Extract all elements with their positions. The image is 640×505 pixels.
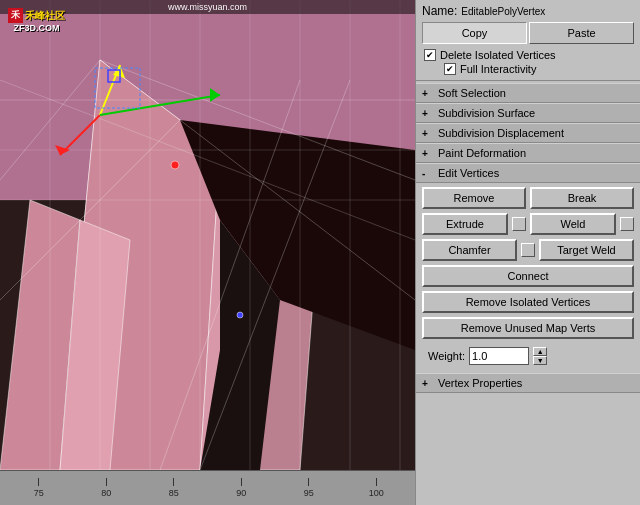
edit-vertices-header[interactable]: - Edit Vertices: [416, 163, 640, 183]
ruler-tick-85: 85: [140, 478, 208, 498]
ruler-tick-95: 95: [275, 478, 343, 498]
chamfer-targetweld-row: Chamfer Target Weld: [422, 239, 634, 261]
break-button[interactable]: Break: [530, 187, 634, 209]
full-interactivity-row: ✔ Full Interactivity: [424, 62, 632, 76]
logo: 禾 禾峰社区 ZF3D.COM: [8, 8, 65, 33]
name-row: Name: EditablePolyVertex: [416, 0, 640, 20]
copy-button[interactable]: Copy: [422, 22, 527, 44]
remove-isolated-button[interactable]: Remove Isolated Vertices: [422, 291, 634, 313]
ruler-tick-75: 75: [5, 478, 73, 498]
full-interactivity-label: Full Interactivity: [460, 63, 536, 75]
paint-deformation-header[interactable]: + Paint Deformation: [416, 143, 640, 163]
edit-vertices-title: Edit Vertices: [438, 167, 499, 179]
remove-break-row: Remove Break: [422, 187, 634, 209]
edit-vertices-section: Remove Break Extrude Weld Chamfer Target…: [416, 183, 640, 373]
weight-label: Weight:: [428, 350, 465, 362]
weight-row: Weight: ▲ ▼: [422, 343, 634, 369]
subdivision-surface-header[interactable]: + Subdivision Surface: [416, 103, 640, 123]
logo-sub: ZF3D.COM: [14, 23, 60, 33]
weight-up-button[interactable]: ▲: [533, 347, 547, 356]
vertex-properties-toggle: +: [422, 378, 432, 389]
extrude-button[interactable]: Extrude: [422, 213, 508, 235]
ruler: 75 80 85 90 95: [0, 470, 415, 505]
delete-isolated-checkbox[interactable]: ✔: [424, 49, 436, 61]
extrude-settings-button[interactable]: [512, 217, 526, 231]
remove-button[interactable]: Remove: [422, 187, 526, 209]
ruler-tick-80: 80: [73, 478, 141, 498]
subdivision-displacement-header[interactable]: + Subdivision Displacement: [416, 123, 640, 143]
paste-button[interactable]: Paste: [529, 22, 634, 44]
vertex-properties-title: Vertex Properties: [438, 377, 522, 389]
soft-selection-toggle: +: [422, 88, 432, 99]
subdivision-surface-toggle: +: [422, 108, 432, 119]
weight-down-button[interactable]: ▼: [533, 356, 547, 365]
edit-vertices-toggle: -: [422, 168, 432, 179]
connect-button[interactable]: Connect: [422, 265, 634, 287]
weld-button[interactable]: Weld: [530, 213, 616, 235]
name-value: EditablePolyVertex: [461, 6, 545, 17]
remove-unused-button[interactable]: Remove Unused Map Verts: [422, 317, 634, 339]
soft-selection-title: Soft Selection: [438, 87, 506, 99]
subdivision-displacement-title: Subdivision Displacement: [438, 127, 564, 139]
subdivision-surface-title: Subdivision Surface: [438, 107, 535, 119]
chamfer-settings-button[interactable]: [521, 243, 535, 257]
chamfer-button[interactable]: Chamfer: [422, 239, 517, 261]
paint-deformation-toggle: +: [422, 148, 432, 159]
svg-point-36: [237, 312, 243, 318]
ruler-tick-90: 90: [208, 478, 276, 498]
name-label: Name:: [422, 4, 457, 18]
logo-main: 禾峰社区: [25, 9, 65, 23]
weight-input[interactable]: [469, 347, 529, 365]
vertex-properties-header[interactable]: + Vertex Properties: [416, 373, 640, 393]
delete-isolated-row: ✔ Delete Isolated Vertices: [424, 48, 632, 62]
weight-spinner: ▲ ▼: [533, 347, 547, 365]
viewport-geometry: [0, 0, 415, 470]
ruler-tick-100: 100: [343, 478, 411, 498]
weld-settings-button[interactable]: [620, 217, 634, 231]
copy-paste-row: Copy Paste: [416, 20, 640, 46]
svg-point-35: [171, 161, 179, 169]
paint-deformation-title: Paint Deformation: [438, 147, 526, 159]
extrude-weld-row: Extrude Weld: [422, 213, 634, 235]
soft-selection-header[interactable]: + Soft Selection: [416, 83, 640, 103]
viewport[interactable]: www.missyuan.com 禾 禾峰社区 ZF3D.COM: [0, 0, 415, 505]
subdivision-displacement-toggle: +: [422, 128, 432, 139]
delete-isolated-label: Delete Isolated Vertices: [440, 49, 556, 61]
target-weld-button[interactable]: Target Weld: [539, 239, 634, 261]
right-panel: Name: EditablePolyVertex Copy Paste ✔ De…: [415, 0, 640, 505]
checkboxes-section: ✔ Delete Isolated Vertices ✔ Full Intera…: [416, 46, 640, 78]
full-interactivity-checkbox[interactable]: ✔: [444, 63, 456, 75]
